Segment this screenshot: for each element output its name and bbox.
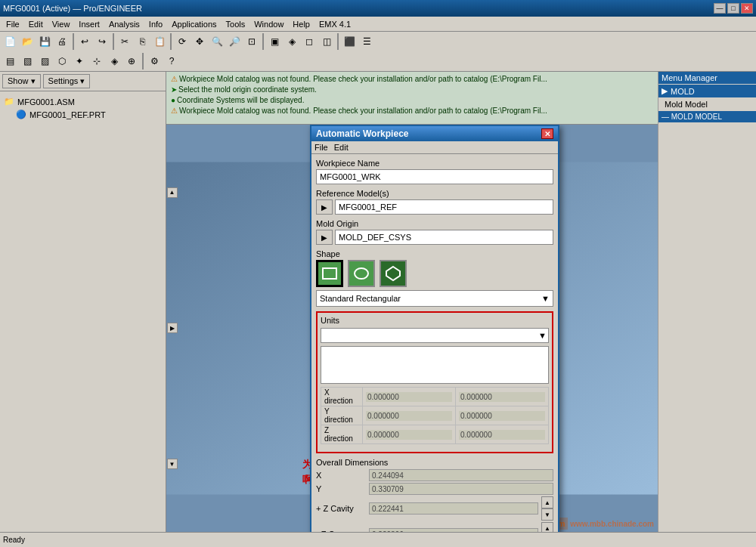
prt-icon: 🔵 <box>16 110 26 119</box>
menu-manager-title: Menu Manager <box>658 72 756 84</box>
z-cavity-down-btn[interactable]: ▼ <box>541 508 553 521</box>
open-icon[interactable]: 📂 <box>19 33 36 50</box>
shape-dropdown[interactable]: Standard Rectangular ▼ <box>316 290 553 307</box>
new-icon[interactable]: 📄 <box>2 33 18 50</box>
sep3 <box>170 33 172 50</box>
dialog-menu-file[interactable]: File <box>314 143 328 152</box>
t2-icon3[interactable]: ▨ <box>36 53 53 70</box>
print-icon[interactable]: 🖨 <box>54 33 70 50</box>
z-core-up-btn[interactable]: ▲ <box>541 522 553 532</box>
dialog-menu-edit[interactable]: Edit <box>334 143 349 152</box>
sep2 <box>113 33 114 50</box>
reference-model-input[interactable] <box>335 199 553 215</box>
nav-down[interactable]: ▼ <box>167 459 178 469</box>
maximize-button[interactable]: □ <box>727 3 739 14</box>
workpiece-name-label: Workpiece Name <box>316 159 553 168</box>
status-messages: ⚠ Workpiece Mold catalog was not found. … <box>166 72 658 125</box>
menu-analysis[interactable]: Analysis <box>104 18 144 30</box>
title-text: MFG0001 (Active) — Pro/ENGINEER <box>3 4 142 13</box>
copy-icon[interactable]: ⎘ <box>134 33 150 50</box>
tree-item-prt[interactable]: 🔵 MFG0001_REF.PRT <box>4 108 162 121</box>
z-core-input[interactable] <box>369 528 538 532</box>
menu-insert[interactable]: Insert <box>74 18 104 30</box>
zoom-in-icon[interactable]: 🔍 <box>209 33 225 50</box>
menu-info[interactable]: Info <box>144 18 167 30</box>
toolbar-area: 📄 📂 💾 🖨 ↩ ↪ ✂ ⎘ 📋 ⟳ ✥ 🔍 🔎 ⊡ ▣ ◈ ◻ ◫ ⬛ ☰ <box>0 32 756 72</box>
pan-icon[interactable]: ✥ <box>191 33 208 50</box>
menu-applications[interactable]: Applications <box>167 18 221 30</box>
zoom-out-icon[interactable]: 🔎 <box>226 33 243 50</box>
y-overall-row: Y <box>316 483 553 495</box>
cut-icon[interactable]: ✂ <box>116 33 133 50</box>
units-dropdown[interactable]: ▼ <box>321 328 549 343</box>
viewport-area[interactable]: MOLD_DEF_CSYS PTNG PLANE ▲ ▶ ▼ 为什么units <box>166 125 658 532</box>
shading-icon[interactable]: ◈ <box>284 33 300 50</box>
t2-icon10[interactable]: ? <box>163 53 180 70</box>
settings-dropdown[interactable]: Settings ▾ <box>43 74 91 88</box>
dialog-close-button[interactable]: ✕ <box>541 128 553 139</box>
hidden-icon[interactable]: ◫ <box>318 33 335 50</box>
show-dropdown[interactable]: Show ▾ <box>2 74 41 88</box>
z-dir-val1 <box>362 425 455 444</box>
shape-rect-btn[interactable] <box>316 260 343 287</box>
nav-mid[interactable]: ▶ <box>167 323 178 333</box>
wire-icon[interactable]: ◻ <box>301 33 318 50</box>
mold-model-item[interactable]: Mold Model <box>658 98 756 110</box>
reference-model-label: Reference Model(s) <box>316 189 553 198</box>
shape-round-btn[interactable] <box>348 260 375 287</box>
z-dir-val2 <box>455 425 548 444</box>
toolbar1: 📄 📂 💾 🖨 ↩ ↪ ✂ ⎘ 📋 ⟳ ✥ 🔍 🔎 ⊡ ▣ ◈ ◻ ◫ ⬛ ☰ <box>0 32 756 51</box>
nav-up[interactable]: ▲ <box>167 187 178 198</box>
menu-view[interactable]: View <box>48 18 75 30</box>
layer-icon[interactable]: ☰ <box>358 33 375 50</box>
toolbar2: ▤ ▧ ▨ ⬡ ✦ ⊹ ◈ ⊕ ⚙ ? <box>0 51 756 71</box>
mold-section[interactable]: ▶ MOLD <box>658 85 756 97</box>
shape-dropdown-arrow: ▼ <box>541 294 550 303</box>
menu-window[interactable]: Window <box>249 18 288 30</box>
t2-icon8[interactable]: ⊕ <box>123 53 140 70</box>
t2-icon2[interactable]: ▧ <box>19 53 36 70</box>
mold-model-section[interactable]: — MOLD MODEL <box>658 111 756 122</box>
bullet-icon-1: ● <box>171 95 175 106</box>
model-icon[interactable]: ⬛ <box>341 33 358 50</box>
ref-arrow-btn[interactable]: ▶ <box>316 199 333 215</box>
t2-icon1[interactable]: ▤ <box>2 53 18 70</box>
t2-icon4[interactable]: ⬡ <box>54 53 70 70</box>
render-icon[interactable]: ▣ <box>266 33 283 50</box>
mold-label: MOLD <box>671 87 695 96</box>
sep6 <box>142 53 144 70</box>
dialog-titlebar: Automatic Workpiece ✕ <box>311 126 558 141</box>
paste-icon[interactable]: 📋 <box>151 33 168 50</box>
minimize-button[interactable]: — <box>714 3 726 14</box>
y-dir-val2 <box>455 406 548 425</box>
z-cavity-input[interactable] <box>369 502 538 515</box>
save-icon[interactable]: 💾 <box>36 33 53 50</box>
status-line-2: ➤ Select the mold origin coordinate syst… <box>171 85 653 95</box>
z-cavity-up-btn[interactable]: ▲ <box>541 496 553 508</box>
rotate-icon[interactable]: ⟳ <box>174 33 191 50</box>
shape-dropdown-label: Standard Rectangular <box>320 294 401 303</box>
t2-icon7[interactable]: ◈ <box>106 53 122 70</box>
mold-origin-input[interactable] <box>335 230 553 245</box>
menu-help[interactable]: Help <box>288 18 314 30</box>
menu-edit[interactable]: Edit <box>24 18 48 30</box>
t2-icon6[interactable]: ⊹ <box>88 53 105 70</box>
redo-icon[interactable]: ↪ <box>94 33 110 50</box>
menu-emx[interactable]: EMX 4.1 <box>314 18 355 30</box>
tree-item-asm[interactable]: 📁 MFG0001.ASM <box>4 95 162 108</box>
center-section: ⚠ Workpiece Mold catalog was not found. … <box>166 72 658 532</box>
t2-icon9[interactable]: ⚙ <box>146 53 163 70</box>
workpiece-name-input[interactable] <box>316 169 553 184</box>
shape-custom-btn[interactable] <box>380 260 407 287</box>
y-overall-input[interactable] <box>369 483 553 495</box>
mold-origin-row: ▶ <box>316 230 553 245</box>
menu-tools[interactable]: Tools <box>222 18 250 30</box>
x-overall-input[interactable] <box>369 469 553 481</box>
origin-arrow-btn[interactable]: ▶ <box>316 230 333 245</box>
undo-icon[interactable]: ↩ <box>76 33 93 50</box>
menu-file[interactable]: File <box>2 18 24 30</box>
t2-icon5[interactable]: ✦ <box>71 53 88 70</box>
dialog-menubar: File Edit <box>311 141 558 154</box>
fit-icon[interactable]: ⊡ <box>243 33 260 50</box>
close-button[interactable]: ✕ <box>741 3 753 14</box>
